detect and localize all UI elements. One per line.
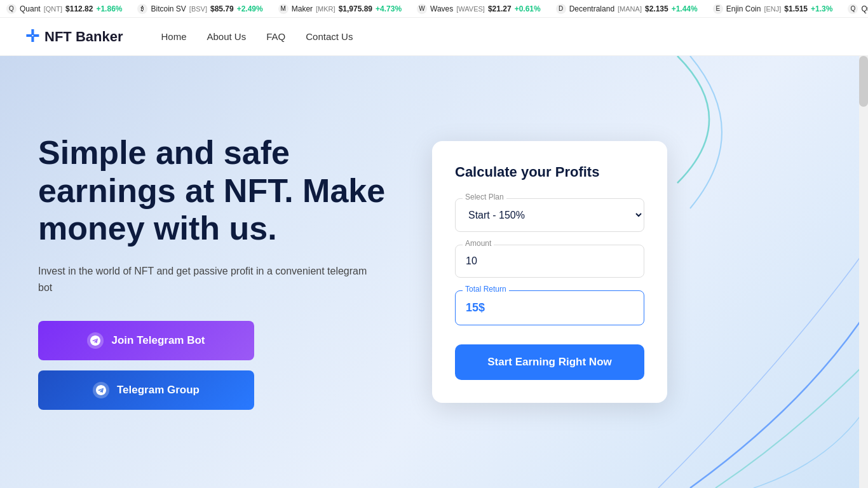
hero-title: Simple and safe earnings at NFT. Make mo…: [38, 134, 394, 248]
coin-change-enj: +1.3%: [811, 4, 832, 13]
nav-links: HomeAbout UsFAQContact Us: [161, 31, 353, 43]
navbar: ✛ NFT Banker HomeAbout UsFAQContact Us: [0, 18, 868, 56]
logo[interactable]: ✛ NFT Banker: [25, 27, 123, 46]
plan-label: Select Plan: [463, 193, 506, 201]
ticker-item-mana: D Decentraland [MANA] $2.135 +1.44%: [556, 4, 698, 14]
scrollbar-track: [859, 56, 868, 488]
calculator-card: Calculate your Profits Select Plan Start…: [432, 141, 667, 403]
coin-price-waves: $21.27: [488, 4, 512, 13]
coin-icon-waves: W: [417, 4, 427, 14]
nav-link-home[interactable]: Home: [161, 31, 186, 42]
ticker-item-enj: E Enjin Coin [ENJ] $1.515 +1.3%: [713, 4, 833, 14]
nav-link-about-us[interactable]: About Us: [207, 31, 247, 42]
coin-change-qnt: +1.86%: [96, 4, 122, 13]
logo-text: NFT Banker: [44, 29, 123, 45]
calculator-title: Calculate your Profits: [455, 164, 644, 180]
plan-field: Select Plan Start - 150%: [455, 198, 644, 232]
coin-name-waves: Waves: [430, 4, 453, 13]
coin-symbol-mkr: [MKR]: [316, 5, 336, 13]
coin-name-enj: Enjin Coin: [726, 4, 761, 13]
coin-change-mkr: +4.73%: [376, 4, 402, 13]
hero-left: Simple and safe earnings at NFT. Make mo…: [0, 134, 432, 410]
coin-change-bsv: +2.49%: [237, 4, 263, 13]
ticker-item-mkr: M Maker [MKR] $1,975.89 +4.73%: [278, 4, 402, 14]
coin-symbol-waves: [WAVES]: [456, 5, 485, 13]
ticker-item-waves: W Waves [WAVES] $21.27 +0.61%: [417, 4, 541, 14]
coin-name-mkr: Maker: [292, 4, 313, 13]
coin-price-enj: $1.515: [784, 4, 808, 13]
ticker-content: Q Quant [QNT] $112.82 +1.86% ₿ Bitcoin S…: [0, 4, 868, 14]
total-return-input[interactable]: [455, 290, 644, 325]
coin-icon-qnt: Q: [6, 4, 17, 14]
coin-icon-mkr: M: [278, 4, 288, 14]
telegram-group-icon: [93, 382, 109, 398]
coin-symbol-enj: [ENJ]: [764, 5, 781, 13]
nav-link-faq[interactable]: FAQ: [266, 31, 285, 42]
hero-section: Simple and safe earnings at NFT. Make mo…: [0, 56, 868, 488]
coin-price-qnt: $112.82: [65, 4, 93, 13]
total-return-field: Total Return: [455, 290, 644, 325]
logo-icon: ✛: [25, 27, 39, 46]
coin-name-qnt: Quant: [20, 4, 41, 13]
coin-icon-qnt: Q: [848, 4, 858, 14]
hero-subtitle: Invest in the world of NFT and get passi…: [38, 263, 369, 295]
amount-input[interactable]: [455, 245, 644, 278]
coin-icon-bsv: ₿: [137, 4, 147, 14]
ticker-bar: Q Quant [QNT] $112.82 +1.86% ₿ Bitcoin S…: [0, 0, 868, 18]
ticker-item-qnt: Q Quant [QNT] $112.82 +1.86%: [6, 4, 122, 14]
coin-symbol-qnt: [QNT]: [44, 5, 62, 13]
plan-select[interactable]: Start - 150%: [455, 198, 644, 232]
coin-name-bsv: Bitcoin SV: [151, 4, 186, 13]
telegram-group-label: Telegram Group: [117, 384, 200, 396]
coin-price-bsv: $85.79: [210, 4, 234, 13]
telegram-group-button[interactable]: Telegram Group: [38, 370, 254, 410]
coin-symbol-bsv: [BSV]: [189, 5, 207, 13]
button-group: Join Telegram Bot Telegram Group: [38, 321, 254, 410]
coin-icon-enj: E: [713, 4, 723, 14]
coin-price-mkr: $1,975.89: [339, 4, 372, 13]
start-earning-button[interactable]: Start Earning Right Now: [455, 344, 644, 380]
ticker-item-qnt: Q Quant [QNT] $112.82 +1.86%: [848, 4, 868, 14]
ticker-item-bsv: ₿ Bitcoin SV [BSV] $85.79 +2.49%: [137, 4, 262, 14]
scrollbar-thumb[interactable]: [859, 56, 868, 107]
coin-name-qnt: Quant: [861, 4, 868, 13]
telegram-bot-icon: [87, 332, 104, 349]
join-telegram-bot-button[interactable]: Join Telegram Bot: [38, 321, 254, 360]
coin-change-mana: +1.44%: [672, 4, 698, 13]
amount-label: Amount: [463, 239, 494, 248]
coin-icon-mana: D: [556, 4, 566, 14]
join-telegram-bot-label: Join Telegram Bot: [111, 334, 205, 347]
coin-name-mana: Decentraland: [569, 4, 614, 13]
nav-link-contact-us[interactable]: Contact Us: [306, 31, 353, 42]
total-return-label: Total Return: [463, 285, 509, 294]
amount-field: Amount: [455, 245, 644, 278]
coin-change-waves: +0.61%: [515, 4, 541, 13]
coin-symbol-mana: [MANA]: [618, 5, 642, 13]
coin-price-mana: $2.135: [645, 4, 668, 13]
